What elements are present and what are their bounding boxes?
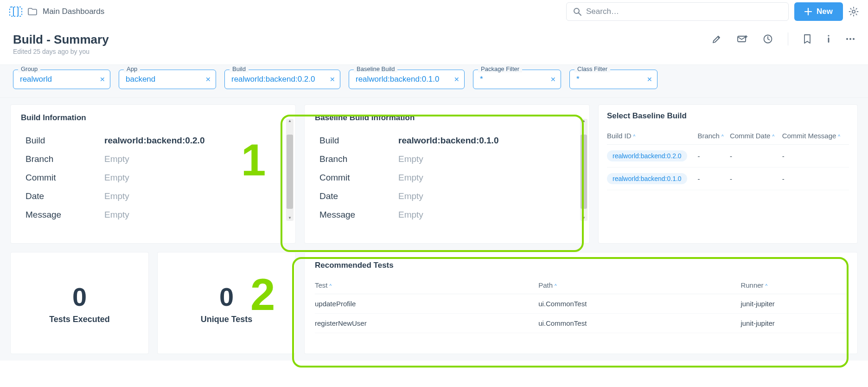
clear-icon[interactable]: ✕ bbox=[330, 76, 335, 83]
stat-tests-executed: 0 Tests Executed bbox=[10, 252, 149, 354]
cell: junit-jupiter bbox=[740, 294, 847, 314]
build-pill[interactable]: realworld:backend:0.2.0 bbox=[607, 150, 687, 161]
info-val: realworld:backend:0.2.0 bbox=[104, 135, 285, 146]
svg-rect-13 bbox=[828, 38, 830, 43]
scroll-down-icon[interactable]: ▼ bbox=[582, 216, 586, 220]
stat-unique-tests: 0 Unique Tests bbox=[157, 252, 296, 354]
col-path[interactable]: Path^ bbox=[538, 277, 740, 294]
scroll-thumb[interactable] bbox=[581, 135, 587, 209]
baseline-build-info-panel: Baseline Build Information Build realwor… bbox=[304, 104, 590, 244]
filter-label: Baseline Build bbox=[354, 65, 397, 72]
table-row[interactable]: updateProfile ui.CommonTest junit-jupite… bbox=[315, 294, 847, 314]
filter-package[interactable]: Package Filter * ✕ bbox=[473, 70, 561, 89]
more-dots-icon[interactable] bbox=[846, 38, 855, 40]
bookmark-icon[interactable] bbox=[803, 34, 811, 44]
panel-title: Build Information bbox=[21, 113, 285, 123]
header-actions bbox=[712, 32, 855, 45]
cell: junit-jupiter bbox=[740, 314, 847, 333]
scroll-up-icon[interactable]: ▲ bbox=[582, 119, 586, 123]
info-val: Empty bbox=[398, 191, 579, 201]
filter-value: backend bbox=[126, 75, 155, 84]
info-key: Commit bbox=[319, 173, 394, 183]
table-row[interactable]: registerNewUser ui.CommonTest junit-jupi… bbox=[315, 314, 847, 333]
svg-point-14 bbox=[846, 38, 848, 40]
info-val: Empty bbox=[398, 154, 579, 164]
clear-icon[interactable]: ✕ bbox=[454, 76, 460, 83]
page-title: Build - Summary bbox=[13, 32, 109, 47]
stat-number: 0 bbox=[219, 282, 234, 312]
scroll-up-icon[interactable]: ▲ bbox=[288, 119, 292, 123]
panel-title: Recommended Tests bbox=[315, 261, 847, 270]
divider bbox=[788, 32, 788, 45]
info-key: Date bbox=[26, 191, 100, 201]
topbar: Main Dashboards New bbox=[0, 0, 868, 23]
filter-value: * bbox=[480, 75, 483, 84]
info-key: Branch bbox=[26, 154, 100, 164]
clear-icon[interactable]: ✕ bbox=[550, 76, 556, 83]
svg-line-4 bbox=[579, 13, 581, 15]
search-box[interactable] bbox=[566, 2, 789, 21]
table-row[interactable]: realworld:backend:0.1.0 - - - bbox=[607, 168, 849, 190]
filter-label: App bbox=[124, 65, 140, 72]
panel-title: Select Baseline Build bbox=[607, 111, 849, 121]
stat-label: Tests Executed bbox=[49, 315, 110, 324]
cell: ui.CommonTest bbox=[538, 294, 740, 314]
info-key: Commit bbox=[26, 173, 100, 183]
svg-point-7 bbox=[852, 10, 855, 13]
col-test[interactable]: Test^ bbox=[315, 277, 538, 294]
scroll-thumb[interactable] bbox=[287, 135, 293, 209]
stat-label: Unique Tests bbox=[201, 315, 253, 324]
col-runner[interactable]: Runner^ bbox=[740, 277, 847, 294]
col-commit-message[interactable]: Commit Message^ bbox=[782, 127, 849, 145]
svg-point-12 bbox=[828, 35, 829, 36]
info-key: Message bbox=[319, 210, 394, 220]
cell: - bbox=[730, 145, 782, 168]
col-build-id[interactable]: Build ID^ bbox=[607, 127, 697, 145]
filter-build[interactable]: Build realworld:backend:0.2.0 ✕ bbox=[224, 70, 340, 89]
filter-app[interactable]: App backend ✕ bbox=[119, 70, 216, 89]
info-val: Empty bbox=[398, 173, 579, 183]
clear-icon[interactable]: ✕ bbox=[647, 76, 652, 83]
info-icon[interactable] bbox=[826, 34, 831, 44]
filter-baseline-build[interactable]: Baseline Build realworld:backend:0.1.0 ✕ bbox=[349, 70, 465, 89]
cell: - bbox=[730, 168, 782, 190]
stat-number: 0 bbox=[72, 282, 87, 312]
cell: - bbox=[697, 168, 729, 190]
breadcrumb[interactable]: Main Dashboards bbox=[43, 7, 104, 16]
col-branch[interactable]: Branch^ bbox=[697, 127, 729, 145]
filter-label: Package Filter bbox=[478, 65, 522, 72]
filter-label: Group bbox=[18, 65, 40, 72]
new-button[interactable]: New bbox=[794, 2, 843, 21]
col-commit-date[interactable]: Commit Date^ bbox=[730, 127, 782, 145]
info-val: Empty bbox=[104, 173, 285, 183]
filter-group[interactable]: Group realworld ✕ bbox=[13, 70, 110, 89]
build-pill[interactable]: realworld:backend:0.1.0 bbox=[607, 173, 687, 184]
content-grid: Build Information Build realworld:backen… bbox=[0, 98, 868, 361]
info-key: Build bbox=[26, 135, 100, 146]
cell: - bbox=[782, 168, 849, 190]
scroll-down-icon[interactable]: ▼ bbox=[288, 216, 292, 220]
info-val: Empty bbox=[104, 154, 285, 164]
scrollbar[interactable]: ▲ ▼ bbox=[286, 119, 294, 221]
cell: - bbox=[697, 145, 729, 168]
search-input[interactable] bbox=[586, 7, 782, 16]
scrollbar[interactable]: ▲ ▼ bbox=[580, 119, 587, 221]
filter-label: Build bbox=[230, 65, 249, 72]
folder-icon bbox=[28, 7, 37, 16]
sort-caret-icon: ^ bbox=[721, 134, 724, 139]
sort-caret-icon: ^ bbox=[555, 284, 557, 289]
clear-icon[interactable]: ✕ bbox=[205, 76, 211, 83]
settings-gear-icon[interactable] bbox=[849, 6, 859, 17]
clear-icon[interactable]: ✕ bbox=[100, 76, 105, 83]
table-row[interactable]: realworld:backend:0.2.0 - - - bbox=[607, 145, 849, 168]
app-logo-icon bbox=[9, 6, 22, 18]
mail-plus-icon[interactable] bbox=[737, 34, 748, 44]
sort-caret-icon: ^ bbox=[633, 134, 636, 139]
filter-bar: Group realworld ✕ App backend ✕ Build re… bbox=[0, 64, 868, 98]
clock-icon[interactable] bbox=[763, 34, 773, 44]
info-key: Date bbox=[319, 191, 394, 201]
filter-class[interactable]: Class Filter * ✕ bbox=[569, 70, 657, 89]
filter-value: realworld bbox=[20, 75, 52, 84]
sort-caret-icon: ^ bbox=[772, 134, 774, 139]
edit-pencil-icon[interactable] bbox=[712, 34, 722, 44]
